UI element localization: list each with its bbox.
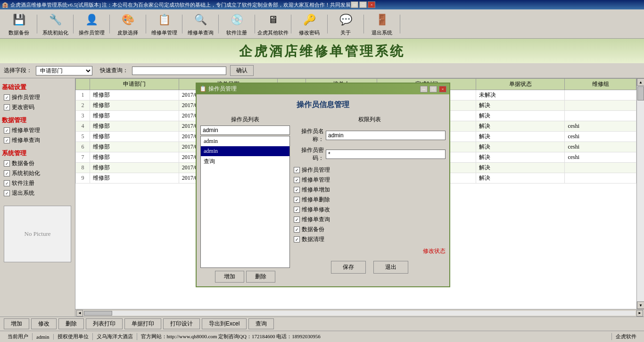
bottom-btn-导出到Excel[interactable]: 导出到Excel: [202, 318, 247, 329]
toolbar-separator: [218, 15, 219, 33]
bottom-btn-打印设计[interactable]: 打印设计: [163, 318, 200, 329]
permissions-panel: 权限列表 操作员名称： 操作员密码： ✓ 操作员管理 ✓ 维修单: [294, 116, 446, 283]
vertical-scrollbar[interactable]: ▲ ▼: [636, 78, 644, 309]
scroll-up-arrow[interactable]: ▲: [637, 78, 644, 86]
checkbox-icon: ✓: [4, 160, 10, 167]
perm-row-clean: ✓ 数据清理: [294, 235, 446, 243]
sidebar-item-init[interactable]: ✓ 系统初始化: [2, 168, 73, 178]
modal-minimize-button[interactable]: ─: [420, 86, 428, 92]
toolbar-btn-退出系统[interactable]: 🚪退出系统: [365, 11, 399, 37]
toolbar-btn-维修单查询[interactable]: 🔍维修单查询: [183, 11, 217, 37]
toolbar-btn-数据备份[interactable]: 💾数据备份: [2, 11, 36, 37]
perm-checkbox-clean[interactable]: ✓: [294, 236, 300, 242]
bottom-btn-增加[interactable]: 增加: [4, 318, 29, 329]
operator-name-input[interactable]: [326, 131, 446, 140]
toolbar-btn-皮肤选择[interactable]: 🎨皮肤选择: [111, 11, 145, 37]
save-button[interactable]: 保存: [331, 261, 366, 274]
cell-dept: 维修部: [90, 111, 179, 121]
operator-list-panel: 操作员列表 admin admin 查询 增加 删除: [200, 116, 290, 283]
op-list-item[interactable]: admin: [201, 136, 289, 146]
window-controls: ─ □ ×: [351, 1, 375, 8]
sidebar-password-label: 更改密码: [12, 103, 34, 111]
perm-checkbox-repair-edit[interactable]: ✓: [294, 207, 300, 213]
title-bar: 🏨 企虎酒店维修单管理系统v6.5[试用版本] 注：本公司在为百余家公司定成功软…: [0, 0, 644, 9]
toolbar-btn-系统初始化[interactable]: 🔧系统初始化: [38, 11, 72, 37]
perm-checkbox-repair-del[interactable]: ✓: [294, 197, 300, 203]
perm-checkbox-op-mgmt[interactable]: ✓: [294, 167, 300, 173]
cell-dept: 维修部: [90, 121, 179, 132]
toolbar-btn-维修单管理[interactable]: 📋维修单管理: [147, 11, 181, 37]
perm-label-clean: 数据清理: [302, 235, 324, 243]
sidebar-item-register[interactable]: ✓ 软件注册: [2, 178, 73, 188]
perm-checkbox-repair-add[interactable]: ✓: [294, 187, 300, 193]
scroll-down-arrow[interactable]: ▼: [637, 301, 644, 309]
toolbar-btn-软件注册[interactable]: 💿软件注册: [220, 11, 254, 37]
perm-title: 权限列表: [294, 116, 446, 124]
cell-status: 解决: [476, 111, 565, 121]
cell-dept: 维修部: [90, 152, 179, 163]
cell-num: 4: [76, 121, 90, 132]
field-select[interactable]: 申请部门: [36, 66, 92, 75]
confirm-button[interactable]: 确认: [230, 65, 254, 76]
sidebar-item-operator[interactable]: ✓ 操作员管理: [2, 92, 73, 102]
sidebar-item-repair-mgmt[interactable]: ✓ 维修单管理: [2, 125, 73, 135]
user-label: 当前用户: [4, 333, 33, 340]
toolbar-separator: [109, 15, 110, 33]
exit-button[interactable]: 退出: [373, 261, 408, 274]
delete-operator-button[interactable]: 删除: [246, 271, 275, 283]
modal-close-button[interactable]: ×: [439, 86, 446, 92]
operator-pwd-input[interactable]: [326, 150, 446, 159]
maximize-button[interactable]: □: [359, 1, 367, 8]
bottom-btn-列表打印[interactable]: 列表打印: [86, 318, 123, 329]
checkbox-icon: ✓: [4, 137, 10, 143]
op-list-search-input[interactable]: [200, 125, 290, 135]
modal-dialog: 📋 操作员管理 ─ □ × 操作员信息管理 操作员列表 admin admin …: [196, 83, 450, 287]
cell-num: 3: [76, 111, 90, 121]
scroll-right-arrow[interactable]: ►: [636, 310, 643, 317]
perm-checkbox-repair-mgmt[interactable]: ✓: [294, 177, 300, 183]
horizontal-scrollbar[interactable]: ◄ ►: [75, 309, 644, 317]
toolbar-label: 企虎其他软件: [257, 29, 289, 36]
toolbar-separator: [255, 15, 255, 33]
col-dept: 申请部门: [90, 79, 179, 90]
bottom-btn-修改[interactable]: 修改: [31, 318, 57, 329]
bottom-btn-删除[interactable]: 删除: [58, 318, 84, 329]
sidebar-item-password[interactable]: ✓ 更改密码: [2, 102, 73, 112]
scroll-left-arrow[interactable]: ◄: [76, 310, 83, 317]
close-button[interactable]: ×: [368, 1, 375, 8]
sidebar-operator-label: 操作员管理: [12, 93, 40, 101]
toolbar-label: 系统初始化: [42, 29, 68, 36]
cell-dept: 维修部: [90, 142, 179, 152]
op-list-item-selected[interactable]: admin: [201, 146, 289, 156]
cell-num: 8: [76, 163, 90, 173]
toolbar-separator: [146, 15, 146, 33]
search-input[interactable]: [132, 67, 226, 75]
toolbar-btn-关于[interactable]: 💬关于: [329, 11, 363, 37]
sidebar-item-exit[interactable]: ✓ 退出系统: [2, 188, 73, 198]
bottom-btn-单据打印[interactable]: 单据打印: [124, 318, 161, 329]
cell-status: 解决: [476, 132, 565, 142]
modal-maximize-button[interactable]: □: [429, 86, 437, 92]
bottom-btn-查询[interactable]: 查询: [248, 318, 274, 329]
toolbar-icon: 📋: [156, 12, 173, 28]
toolbar-label: 数据备份: [8, 29, 29, 36]
toolbar-btn-操作员管理[interactable]: 👤操作员管理: [74, 11, 108, 37]
perm-checkbox-backup[interactable]: ✓: [294, 226, 300, 233]
sidebar-item-backup[interactable]: ✓ 数据备份: [2, 158, 73, 168]
toolbar-separator: [291, 15, 291, 33]
cell-dept: 维修部: [90, 90, 179, 100]
op-list-item[interactable]: 查询: [201, 156, 289, 167]
perm-row-repair-edit: ✓ 维修单修改: [294, 206, 446, 214]
toolbar-label: 操作员管理: [79, 29, 105, 36]
no-picture-box: No Picture: [4, 206, 71, 262]
cell-status: 解决: [476, 142, 565, 152]
toolbar-btn-修改密码[interactable]: 🔑修改密码: [292, 11, 326, 37]
toolbar-btn-企虎其他软件[interactable]: 🖥企虎其他软件: [256, 11, 290, 37]
cell-num: 1: [76, 90, 90, 100]
sidebar-system-title: 系统管理: [2, 149, 73, 158]
add-operator-button[interactable]: 增加: [215, 271, 244, 283]
checkbox-icon: ✓: [4, 180, 10, 186]
perm-checkbox-repair-query[interactable]: ✓: [294, 217, 300, 223]
minimize-button[interactable]: ─: [351, 1, 358, 8]
sidebar-item-repair-query[interactable]: ✓ 维修单查询: [2, 135, 73, 145]
